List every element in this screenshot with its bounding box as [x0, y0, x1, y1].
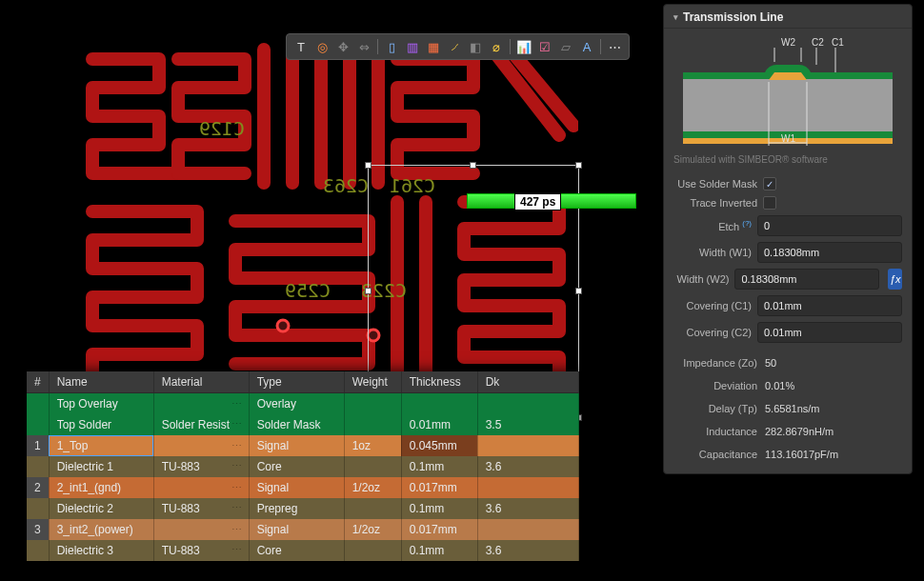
- cell-thickness[interactable]: 0.1mm: [401, 456, 477, 477]
- col-weight[interactable]: Weight: [344, 371, 401, 393]
- ellipsis-icon[interactable]: ⋯: [231, 398, 241, 411]
- cell-material[interactable]: TU-883⋯: [153, 540, 249, 561]
- cell-material[interactable]: TU-883⋯: [153, 456, 249, 477]
- cell-dk[interactable]: 3.6: [477, 498, 578, 519]
- ellipsis-icon[interactable]: ⋯: [231, 482, 241, 494]
- table-row[interactable]: Dielectric 2TU-883⋯Prepreg0.1mm3.6: [27, 498, 579, 519]
- cell-material[interactable]: ⋯: [153, 519, 249, 540]
- ellipsis-icon[interactable]: ⋯: [231, 460, 241, 472]
- cell-material[interactable]: TU-883⋯: [153, 498, 249, 519]
- cell-thickness[interactable]: 0.017mm: [401, 477, 477, 498]
- input-w1[interactable]: [757, 242, 902, 263]
- resize-handle[interactable]: [575, 162, 582, 169]
- chk-use-mask[interactable]: ✓: [763, 177, 776, 190]
- help-icon[interactable]: (?): [742, 219, 752, 228]
- chk-inverted[interactable]: ✓: [763, 196, 776, 210]
- cell-weight[interactable]: [344, 456, 401, 477]
- cell-name[interactable]: Dielectric 2: [49, 498, 153, 519]
- tool-route[interactable]: ⟋: [445, 37, 464, 56]
- cell-type[interactable]: Core: [249, 456, 344, 477]
- tool-layer3[interactable]: ▦: [424, 37, 443, 56]
- ellipsis-icon[interactable]: ⋯: [231, 502, 241, 514]
- cell-type[interactable]: Solder Mask: [249, 414, 344, 435]
- cell-weight[interactable]: [344, 540, 401, 561]
- fx-button[interactable]: ƒx: [888, 269, 902, 290]
- ellipsis-icon[interactable]: ⋯: [231, 524, 241, 536]
- cell-name[interactable]: Top Solder: [49, 414, 153, 435]
- col-num[interactable]: #: [27, 371, 49, 393]
- input-etch[interactable]: [757, 215, 902, 236]
- cell-dk[interactable]: [477, 393, 578, 415]
- tool-snap[interactable]: ◎: [312, 37, 331, 56]
- cell-type[interactable]: Signal: [249, 519, 344, 540]
- input-w2[interactable]: [734, 269, 879, 290]
- input-c2[interactable]: [757, 322, 902, 343]
- cell-weight[interactable]: [344, 498, 401, 519]
- input-c1[interactable]: [757, 295, 902, 316]
- table-row[interactable]: 22_int1_(gnd)⋯Signal1/2oz0.017mm: [27, 477, 579, 498]
- cell-thickness[interactable]: 0.017mm: [401, 519, 477, 540]
- tool-outline[interactable]: ◧: [466, 37, 485, 56]
- tool-layer1[interactable]: ▯: [382, 37, 401, 56]
- tool-layer2[interactable]: ▥: [403, 37, 422, 56]
- tool-xsignal[interactable]: ☑: [535, 37, 554, 56]
- cell-type[interactable]: Signal: [249, 435, 344, 456]
- table-row[interactable]: Dielectric 3TU-883⋯Core0.1mm3.6: [27, 540, 579, 561]
- cell-dk[interactable]: 3.6: [477, 540, 578, 561]
- cell-weight[interactable]: [344, 393, 401, 415]
- cell-material[interactable]: ⋯: [153, 393, 249, 415]
- resize-handle[interactable]: [575, 288, 582, 294]
- cell-type[interactable]: Prepreg: [249, 498, 344, 519]
- cell-dk[interactable]: 3.5: [477, 414, 578, 435]
- table-row[interactable]: Top SolderSolder Resist⋯Solder Mask0.01m…: [27, 414, 579, 435]
- col-thk[interactable]: Thickness: [401, 371, 477, 393]
- tool-via[interactable]: ⌀: [487, 37, 506, 56]
- table-row[interactable]: 33_int2_(power)⋯Signal1/2oz0.017mm: [27, 519, 579, 540]
- resize-handle[interactable]: [470, 162, 476, 169]
- tool-measure[interactable]: 📊: [514, 37, 533, 56]
- cell-type[interactable]: Overlay: [249, 393, 344, 415]
- tool-width[interactable]: ⇔: [354, 37, 373, 56]
- table-row[interactable]: 11_Top⋯Signal1oz0.045mm: [27, 435, 579, 456]
- resize-handle[interactable]: [365, 288, 372, 294]
- cell-weight[interactable]: 1/2oz: [344, 477, 401, 498]
- cell-dk[interactable]: [477, 519, 578, 540]
- tool-more[interactable]: ⋯: [605, 37, 624, 56]
- tool-move[interactable]: ✥: [333, 37, 352, 56]
- cell-material[interactable]: ⋯: [153, 477, 249, 498]
- cell-dk[interactable]: [477, 435, 578, 456]
- cell-name[interactable]: 1_Top: [49, 435, 153, 456]
- table-row[interactable]: Top Overlay⋯Overlay: [27, 393, 579, 415]
- cell-name[interactable]: 3_int2_(power): [49, 519, 153, 540]
- cell-name[interactable]: Dielectric 1: [49, 456, 153, 477]
- col-name[interactable]: Name: [49, 371, 153, 393]
- cell-weight[interactable]: 1/2oz: [344, 519, 401, 540]
- cell-weight[interactable]: 1oz: [344, 435, 401, 456]
- cell-thickness[interactable]: 0.045mm: [401, 435, 477, 456]
- cell-thickness[interactable]: [401, 393, 477, 415]
- cell-name[interactable]: 2_int1_(gnd): [49, 477, 153, 498]
- ellipsis-icon[interactable]: ⋯: [231, 418, 241, 431]
- col-type[interactable]: Type: [249, 371, 344, 393]
- cell-material[interactable]: ⋯: [153, 435, 249, 456]
- tool-text[interactable]: T: [291, 37, 311, 56]
- ellipsis-icon[interactable]: ⋯: [231, 544, 241, 556]
- cell-thickness[interactable]: 0.01mm: [401, 414, 477, 435]
- cell-name[interactable]: Dielectric 3: [49, 540, 153, 561]
- panel-title[interactable]: Transmission Line: [664, 5, 912, 29]
- resize-handle[interactable]: [365, 162, 372, 169]
- layer-stackup-table[interactable]: # Name Material Type Weight Thickness Dk…: [27, 371, 579, 561]
- col-material[interactable]: Material: [153, 371, 249, 393]
- table-row[interactable]: Dielectric 1TU-883⋯Core0.1mm3.6: [27, 456, 579, 477]
- cell-type[interactable]: Signal: [249, 477, 344, 498]
- col-dk[interactable]: Dk: [477, 371, 578, 393]
- tool-font[interactable]: A: [577, 37, 596, 56]
- cell-dk[interactable]: 3.6: [477, 456, 578, 477]
- ellipsis-icon[interactable]: ⋯: [231, 440, 241, 452]
- cell-thickness[interactable]: 0.1mm: [401, 540, 477, 561]
- cell-name[interactable]: Top Overlay: [49, 393, 153, 415]
- cell-material[interactable]: Solder Resist⋯: [153, 414, 249, 435]
- cell-dk[interactable]: [477, 477, 578, 498]
- cell-type[interactable]: Core: [249, 540, 344, 561]
- cell-weight[interactable]: [344, 414, 401, 435]
